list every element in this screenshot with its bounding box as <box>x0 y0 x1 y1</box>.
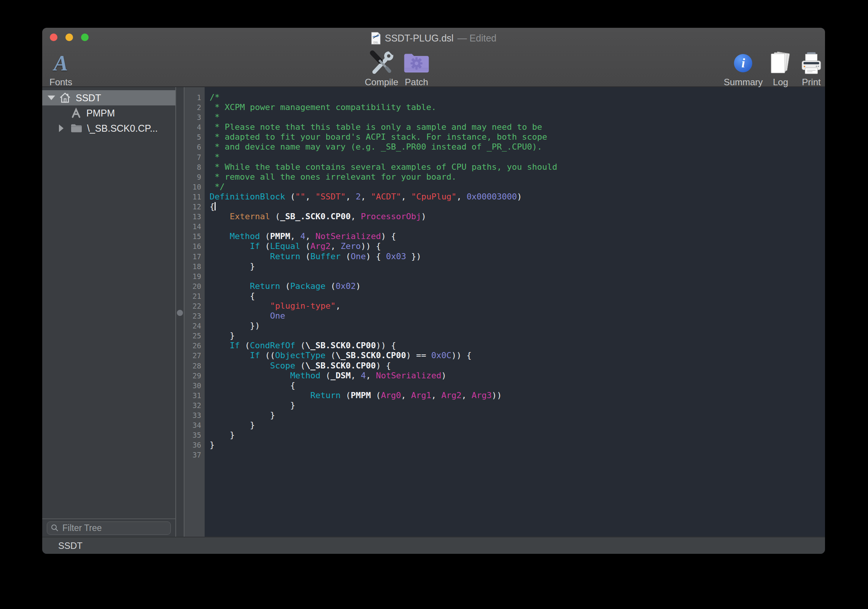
status-bar: SSDT <box>42 537 825 554</box>
line-number: 4 <box>184 122 205 132</box>
code-line[interactable]: If (CondRefOf (\_SB.SCK0.CP00)) { <box>210 341 825 351</box>
status-text: SSDT <box>58 540 83 551</box>
divider-handle-icon[interactable] <box>177 310 183 316</box>
line-number: 18 <box>184 261 205 271</box>
code-line[interactable] <box>210 271 825 281</box>
code-line[interactable]: Return (PMPM (Arg0, Arg1, Arg2, Arg3)) <box>210 391 825 400</box>
code-line[interactable]: * <box>210 112 825 122</box>
line-number: 1 <box>184 92 205 102</box>
line-number: 31 <box>184 391 205 400</box>
print-printer-icon <box>799 51 824 75</box>
code-line[interactable]: * Please note that this table is only a … <box>210 122 825 132</box>
tree-item-sb-sck0[interactable]: \_SB.SCK0.CP... <box>42 121 175 136</box>
code-line[interactable]: } <box>210 420 825 430</box>
code-line[interactable]: { <box>210 291 825 301</box>
line-number: 2 <box>184 102 205 112</box>
toolbar-log-button[interactable]: Log <box>769 49 792 87</box>
code-line[interactable]: If (LEqual (Arg2, Zero)) { <box>210 241 825 251</box>
code-line[interactable]: * remove all the ones irrelevant for you… <box>210 172 825 182</box>
code-line[interactable]: Method (PMPM, 4, NotSerialized) { <box>210 231 825 241</box>
line-number: 7 <box>184 152 205 162</box>
toolbar-summary-button[interactable]: i Summary <box>724 49 763 87</box>
svg-text:DSL: DSL <box>374 41 378 43</box>
zoom-button[interactable] <box>81 33 89 41</box>
minimize-button[interactable] <box>65 33 73 41</box>
code-line[interactable] <box>210 450 825 460</box>
line-numbers: 1234567891011121314151617181920212223242… <box>184 87 205 537</box>
disclosure-open-icon[interactable] <box>48 96 57 100</box>
code-editor[interactable]: /* * XCPM power management compatibility… <box>205 87 825 537</box>
line-number: 5 <box>184 132 205 142</box>
window-title: SSDT-PLUG.dsl <box>385 33 454 44</box>
code-line[interactable]: */ <box>210 182 825 192</box>
summary-info-icon: i <box>734 54 752 72</box>
line-number: 6 <box>184 142 205 152</box>
code-line[interactable]: }) <box>210 321 825 331</box>
code-line[interactable]: Return (Buffer (One) { 0x03 }) <box>210 252 825 261</box>
log-documents-icon <box>769 51 792 75</box>
filter-container <box>42 518 175 537</box>
line-number: 26 <box>184 341 205 351</box>
code-line[interactable]: * and device name may vary (e.g. _SB_.PR… <box>210 142 825 152</box>
code-line[interactable]: } <box>210 440 825 450</box>
code-line[interactable] <box>210 222 825 231</box>
code-line[interactable]: DefinitionBlock ("", "SSDT", 2, "ACDT", … <box>210 192 825 202</box>
line-number: 13 <box>184 212 205 222</box>
window-header: DSL SSDT-PLUG.dsl — Edited A Fonts <box>42 28 825 87</box>
code-line[interactable]: If ((ObjectType (\_SB.SCK0.CP00) == 0x0C… <box>210 351 825 360</box>
close-button[interactable] <box>50 33 57 41</box>
tree-item-label: SSDT <box>76 92 101 104</box>
code-line[interactable]: { <box>210 202 825 212</box>
line-number: 15 <box>184 231 205 241</box>
code-line[interactable]: One <box>210 311 825 321</box>
toolbar-patch-label: Patch <box>403 78 430 87</box>
code-line[interactable]: { <box>210 381 825 391</box>
filter-tree-input[interactable] <box>47 521 171 535</box>
line-number: 24 <box>184 321 205 331</box>
tree-item-ssdt[interactable]: SSDT <box>42 90 175 105</box>
line-number: 16 <box>184 241 205 251</box>
line-number: 17 <box>184 252 205 261</box>
toolbar-print-label: Print <box>799 78 824 87</box>
main-content: SSDT PMPM <box>42 87 825 537</box>
traffic-lights <box>50 33 89 41</box>
sidebar: SSDT PMPM <box>42 87 175 537</box>
app-window: DSL SSDT-PLUG.dsl — Edited A Fonts <box>42 28 825 554</box>
line-number: 20 <box>184 281 205 291</box>
code-line[interactable]: "plugin-type", <box>210 301 825 311</box>
code-line[interactable]: Scope (\_SB.SCK0.CP00) { <box>210 361 825 371</box>
line-number: 32 <box>184 400 205 410</box>
tree-item-label: PMPM <box>86 108 115 119</box>
code-line[interactable]: } <box>210 261 825 271</box>
toolbar-summary-label: Summary <box>724 78 763 87</box>
line-number: 27 <box>184 351 205 360</box>
code-line[interactable]: * XCPM power management compatibility ta… <box>210 102 825 112</box>
code-line[interactable]: * adapted to fit your board's ACPI stack… <box>210 132 825 142</box>
split-divider[interactable] <box>175 87 184 537</box>
toolbar-fonts-button[interactable]: A Fonts <box>49 49 72 87</box>
line-number: 36 <box>184 440 205 450</box>
line-number: 23 <box>184 311 205 321</box>
code-line[interactable]: /* <box>210 92 825 102</box>
code-line[interactable]: External (_SB_.SCK0.CP00, ProcessorObj) <box>210 212 825 222</box>
code-line[interactable]: Method (_DSM, 4, NotSerialized) <box>210 371 825 381</box>
disclosure-closed-icon[interactable] <box>59 124 68 132</box>
code-line[interactable]: } <box>210 331 825 341</box>
code-line[interactable]: Return (Package (0x02) <box>210 281 825 291</box>
line-number: 28 <box>184 361 205 371</box>
toolbar-patch-button[interactable]: Patch <box>403 49 430 87</box>
code-line[interactable]: } <box>210 400 825 410</box>
code-line[interactable]: * <box>210 152 825 162</box>
code-line[interactable]: } <box>210 430 825 440</box>
code-line[interactable]: * While the table contains several examp… <box>210 162 825 172</box>
line-number: 9 <box>184 172 205 182</box>
code-line[interactable]: } <box>210 410 825 420</box>
line-number: 12 <box>184 202 205 212</box>
toolbar-compile-button[interactable]: Compile <box>365 49 398 87</box>
line-number: 19 <box>184 271 205 281</box>
toolbar-fonts-label: Fonts <box>49 78 72 87</box>
toolbar-print-button[interactable]: Print <box>799 49 824 87</box>
tree-item-pmpm[interactable]: PMPM <box>42 105 175 121</box>
desktop-background: DSL SSDT-PLUG.dsl — Edited A Fonts <box>0 0 868 609</box>
dsl-document-icon: DSL <box>371 32 381 45</box>
